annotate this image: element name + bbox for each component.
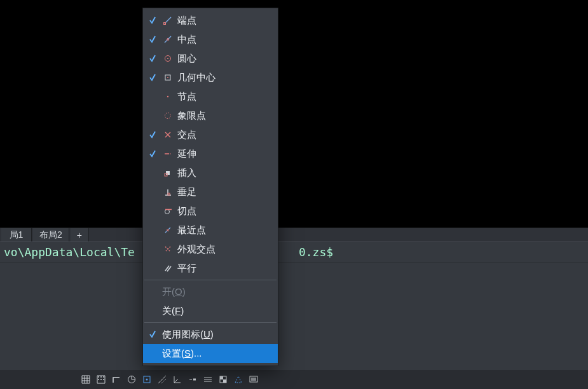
menu-item-label: 使用图标(U) — [162, 329, 271, 341]
parallel-icon — [162, 263, 174, 274]
command-text-right: 0.zs$ — [299, 245, 333, 259]
check-icon — [147, 305, 158, 317]
layout-tabs: 局1 布局2 + — [0, 228, 588, 242]
check-icon — [147, 129, 158, 140]
menu-item-label: 交点 — [177, 129, 271, 141]
dynucs-icon[interactable] — [170, 372, 184, 386]
osnap-item-perpendicular[interactable]: 垂足 — [143, 182, 278, 201]
otrack-icon[interactable] — [155, 372, 169, 386]
osnap-close[interactable]: 关(F) — [143, 301, 278, 320]
svg-point-2 — [103, 376, 104, 378]
command-line[interactable]: vo\AppData\Local\Te 0.zs$ — [0, 242, 588, 263]
check-icon — [147, 34, 158, 45]
osnap-item-node[interactable]: 节点 — [143, 87, 278, 106]
command-text-left: vo\AppData\Local\Te — [4, 245, 135, 259]
svg-point-29 — [167, 77, 168, 78]
check-icon — [147, 205, 158, 217]
osnap-item-parallel[interactable]: 平行 — [143, 259, 278, 278]
osnap-item-center[interactable]: 圆心 — [143, 49, 278, 68]
osnap-item-insert[interactable]: 插入 — [143, 163, 278, 182]
check-icon — [147, 167, 158, 179]
svg-point-27 — [167, 58, 168, 59]
geocenter-icon — [162, 72, 174, 83]
svg-point-1 — [100, 376, 102, 378]
osnap-item-nearest[interactable]: 最近点 — [143, 221, 278, 240]
tangent-icon — [162, 205, 174, 217]
svg-point-10 — [146, 379, 148, 381]
status-bar — [0, 370, 588, 389]
osnap-item-extension[interactable]: 延伸 — [143, 144, 278, 163]
osnap-context-menu: 端点中点圆心几何中心节点象限点交点延伸插入垂足切点最近点外观交点平行开(O)关(… — [142, 8, 278, 366]
menu-item-label: 垂足 — [177, 186, 271, 198]
svg-point-0 — [98, 376, 99, 378]
osnap-icon[interactable] — [140, 372, 154, 386]
menu-item-label: 设置(S)... — [162, 348, 271, 360]
menu-item-label: 关(F) — [162, 305, 271, 317]
annotations-icon[interactable] — [201, 372, 215, 386]
grid-icon[interactable] — [79, 372, 93, 386]
lineweight-icon[interactable] — [186, 372, 200, 386]
osnap-item-intersection[interactable]: 交点 — [143, 125, 278, 144]
svg-point-41 — [165, 210, 170, 214]
menu-item-label: 平行 — [177, 263, 271, 275]
menu-separator — [144, 322, 277, 323]
svg-point-5 — [103, 379, 104, 380]
osnap-settings[interactable]: 设置(S)... — [143, 344, 278, 363]
quadrant-icon — [162, 110, 174, 121]
layout-tab[interactable]: 局1 — [1, 228, 32, 242]
check-icon — [147, 53, 158, 64]
endpoint-icon — [162, 15, 174, 26]
osnap-open: 开(O) — [143, 282, 278, 301]
menu-separator — [144, 280, 277, 280]
check-icon — [147, 110, 158, 121]
menu-item-label: 节点 — [177, 91, 271, 103]
check-icon — [147, 148, 158, 160]
nearest-icon — [162, 224, 174, 236]
osnap-item-midpoint[interactable]: 中点 — [143, 30, 278, 49]
svg-rect-36 — [166, 171, 170, 175]
apparent-icon — [162, 243, 174, 255]
svg-point-31 — [165, 113, 171, 119]
menu-item-label: 切点 — [177, 205, 271, 217]
svg-rect-22 — [251, 378, 256, 381]
selection-icon[interactable] — [231, 372, 245, 386]
svg-rect-40 — [168, 193, 170, 195]
check-icon — [147, 72, 158, 83]
menu-item-label: 象限点 — [177, 110, 271, 122]
osnap-item-geocenter[interactable]: 几何中心 — [143, 68, 278, 87]
osnap-item-apparent[interactable]: 外观交点 — [143, 240, 278, 259]
model-icon[interactable] — [247, 372, 261, 386]
menu-item-label: 几何中心 — [177, 72, 271, 84]
midpoint-icon — [162, 34, 174, 45]
svg-rect-19 — [220, 376, 223, 379]
check-icon — [147, 348, 158, 359]
ortho-icon[interactable] — [109, 372, 123, 386]
menu-item-label: 端点 — [177, 15, 271, 27]
menu-item-label: 插入 — [177, 167, 271, 179]
osnap-use-icon[interactable]: 使用图标(U) — [143, 325, 278, 344]
polar-icon[interactable] — [125, 372, 139, 386]
node-icon — [162, 91, 174, 102]
check-icon — [147, 91, 158, 102]
snap-grid-icon[interactable] — [94, 372, 108, 386]
osnap-item-endpoint[interactable]: 端点 — [143, 11, 278, 30]
perpendicular-icon — [162, 186, 174, 198]
add-layout-tab[interactable]: + — [71, 228, 89, 242]
osnap-item-quadrant[interactable]: 象限点 — [143, 106, 278, 125]
osnap-item-tangent[interactable]: 切点 — [143, 201, 278, 221]
check-icon — [147, 243, 158, 255]
svg-point-3 — [98, 379, 99, 380]
center-icon — [162, 53, 174, 64]
check-icon — [147, 263, 158, 274]
menu-item-label: 中点 — [177, 34, 271, 46]
command-area: 局1 布局2 + vo\AppData\Local\Te 0.zs$ — [0, 228, 588, 389]
check-icon — [147, 224, 158, 236]
transparency-icon[interactable] — [216, 372, 230, 386]
extension-icon — [162, 148, 174, 160]
menu-item-label: 外观交点 — [177, 243, 271, 256]
layout-tab[interactable]: 布局2 — [33, 228, 69, 242]
check-icon — [147, 329, 158, 340]
check-icon — [147, 186, 158, 198]
svg-rect-20 — [223, 379, 226, 383]
intersection-icon — [162, 129, 174, 140]
